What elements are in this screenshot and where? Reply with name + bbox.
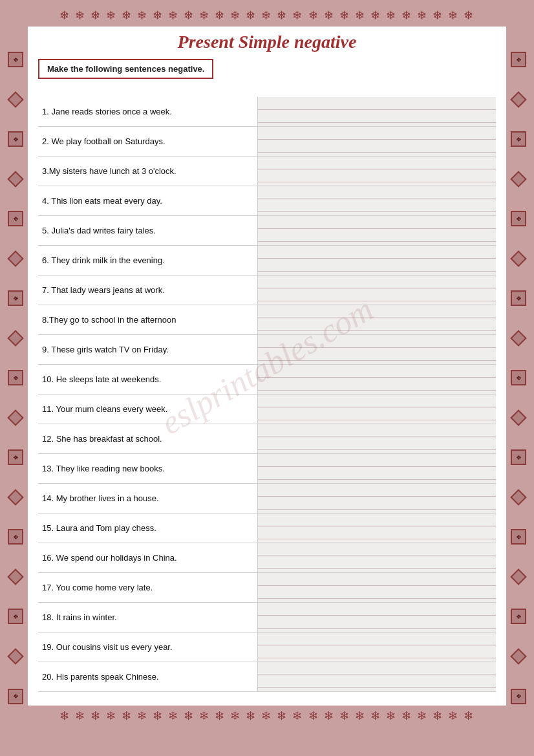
- sentence-text: 16. We spend our holidays in China.: [38, 543, 258, 572]
- answer-area[interactable]: [258, 454, 496, 483]
- table-row: 15. Laura and Tom play chess.: [38, 513, 496, 543]
- sentence-text: 11. Your mum cleans every week.: [38, 394, 258, 424]
- answer-area[interactable]: [258, 662, 496, 691]
- border-tile: ❖: [511, 211, 526, 226]
- sentence-text: 14. My brother lives in a house.: [38, 484, 258, 513]
- sentence-text: 18. It rains in winter.: [38, 603, 258, 632]
- sentence-text: 1. Jane reads stories once a week.: [38, 97, 258, 126]
- sentence-text: 8.They go to school in the afternoon: [38, 305, 258, 334]
- table-row: 1. Jane reads stories once a week.: [38, 97, 496, 127]
- table-row: 12. She has breakfast at school.: [38, 424, 496, 454]
- table-row: 6. They drink milk in the evening.: [38, 246, 496, 275]
- table-row: 13. They like reading new books.: [38, 454, 496, 484]
- border-tile: ❖: [8, 609, 23, 624]
- answer-area[interactable]: [258, 157, 496, 186]
- border-tile: [510, 171, 526, 187]
- sentence-text: 20. His parents speak Chinese.: [38, 662, 258, 691]
- border-tile: ❖: [511, 529, 526, 545]
- answer-area[interactable]: [258, 603, 496, 632]
- table-row: 16. We spend our holidays in China.: [38, 543, 496, 573]
- table-row: 18. It rains in winter.: [38, 603, 496, 632]
- border-tile: ❖: [8, 290, 23, 306]
- table-row: 2. We play football on Saturdays.: [38, 127, 496, 157]
- answer-area[interactable]: [258, 424, 496, 453]
- answer-area[interactable]: [258, 305, 496, 334]
- border-tile: ❖: [511, 131, 526, 147]
- border-tile: ❖: [511, 609, 526, 624]
- answer-area[interactable]: [258, 335, 496, 364]
- border-tile: ❖: [8, 211, 23, 226]
- sentence-text: 12. She has breakfast at school.: [38, 424, 258, 453]
- border-tile: [510, 91, 526, 107]
- border-tile: [510, 568, 526, 585]
- border-tile: [7, 568, 23, 585]
- sentence-text: 4. This lion eats meat every day.: [38, 186, 258, 215]
- answer-area[interactable]: [258, 394, 496, 424]
- border-tile: [7, 409, 23, 426]
- border-tile: [7, 171, 23, 187]
- border-tile: [510, 330, 526, 346]
- sentence-text: 7. That lady wears jeans at work.: [38, 275, 258, 305]
- border-tile: ❖: [8, 131, 23, 147]
- sentence-text: 3.My sisters have lunch at 3 o'clock.: [38, 157, 258, 186]
- table-row: 11. Your mum cleans every week.: [38, 394, 496, 424]
- table-row: 9. These girls watch TV on Friday.: [38, 335, 496, 365]
- answer-area[interactable]: [258, 632, 496, 662]
- border-tile: [510, 489, 526, 505]
- table-row: 19. Our cousins visit us every year.: [38, 632, 496, 662]
- main-content: eslprintables.com Present Simple negativ…: [28, 27, 506, 706]
- border-tile: [7, 330, 23, 346]
- border-tile: [7, 250, 23, 266]
- border-tile: ❖: [511, 689, 526, 704]
- answer-area[interactable]: [258, 365, 496, 394]
- border-tile: ❖: [511, 290, 526, 306]
- sentence-text: 10. He sleeps late at weekends.: [38, 365, 258, 394]
- border-tile: [7, 648, 23, 664]
- sentence-text: 13. They like reading new books.: [38, 454, 258, 483]
- answer-area[interactable]: [258, 513, 496, 543]
- answer-area[interactable]: [258, 484, 496, 513]
- border-tile: ❖: [8, 529, 23, 545]
- border-tile: ❖: [8, 370, 23, 385]
- left-border: ❖ ❖ ❖ ❖ ❖ ❖ ❖ ❖ ❖: [6, 39, 25, 717]
- answer-area[interactable]: [258, 543, 496, 572]
- border-tile: [510, 648, 526, 664]
- table-row: 4. This lion eats meat every day.: [38, 186, 496, 216]
- answer-area[interactable]: [258, 275, 496, 305]
- snowflake-border-bottom: ❄ ❄ ❄ ❄ ❄ ❄ ❄ ❄ ❄ ❄ ❄ ❄ ❄ ❄ ❄ ❄ ❄ ❄ ❄ ❄ …: [0, 706, 534, 727]
- border-tile: [7, 91, 23, 107]
- table-row: 7. That lady wears jeans at work.: [38, 275, 496, 305]
- border-tile: ❖: [511, 52, 526, 67]
- sentences-grid: 1. Jane reads stories once a week.2. We …: [38, 97, 496, 692]
- table-row: 14. My brother lives in a house.: [38, 484, 496, 513]
- answer-area[interactable]: [258, 127, 496, 156]
- border-tile: ❖: [8, 689, 23, 704]
- answer-area[interactable]: [258, 246, 496, 275]
- sentence-text: 9. These girls watch TV on Friday.: [38, 335, 258, 364]
- table-row: 17. You come home very late.: [38, 573, 496, 603]
- sentence-text: 2. We play football on Saturdays.: [38, 127, 258, 156]
- table-row: 5. Julia's dad writes fairy tales.: [38, 216, 496, 246]
- border-tile: ❖: [511, 370, 526, 385]
- answer-area[interactable]: [258, 97, 496, 126]
- sentence-text: 6. They drink milk in the evening.: [38, 246, 258, 275]
- table-row: 10. He sleeps late at weekends.: [38, 365, 496, 394]
- border-tile: ❖: [8, 449, 23, 465]
- table-row: 8.They go to school in the afternoon: [38, 305, 496, 335]
- sentence-text: 19. Our cousins visit us every year.: [38, 632, 258, 662]
- sentence-text: 15. Laura and Tom play chess.: [38, 513, 258, 543]
- answer-area[interactable]: [258, 216, 496, 245]
- answer-area[interactable]: [258, 573, 496, 602]
- page-wrapper: ❄ ❄ ❄ ❄ ❄ ❄ ❄ ❄ ❄ ❄ ❄ ❄ ❄ ❄ ❄ ❄ ❄ ❄ ❄ ❄ …: [0, 0, 534, 756]
- border-tile: ❖: [8, 52, 23, 67]
- answer-area[interactable]: [258, 186, 496, 215]
- instruction-box: Make the following sentences negative.: [38, 59, 213, 79]
- border-tile: [510, 250, 526, 266]
- table-row: 20. His parents speak Chinese.: [38, 662, 496, 692]
- right-border: ❖ ❖ ❖ ❖ ❖ ❖ ❖ ❖ ❖: [509, 39, 528, 717]
- border-tile: [510, 409, 526, 426]
- page-title: Present Simple negative: [38, 32, 496, 52]
- border-tile: ❖: [511, 449, 526, 465]
- sentence-text: 17. You come home very late.: [38, 573, 258, 602]
- table-row: 3.My sisters have lunch at 3 o'clock.: [38, 157, 496, 186]
